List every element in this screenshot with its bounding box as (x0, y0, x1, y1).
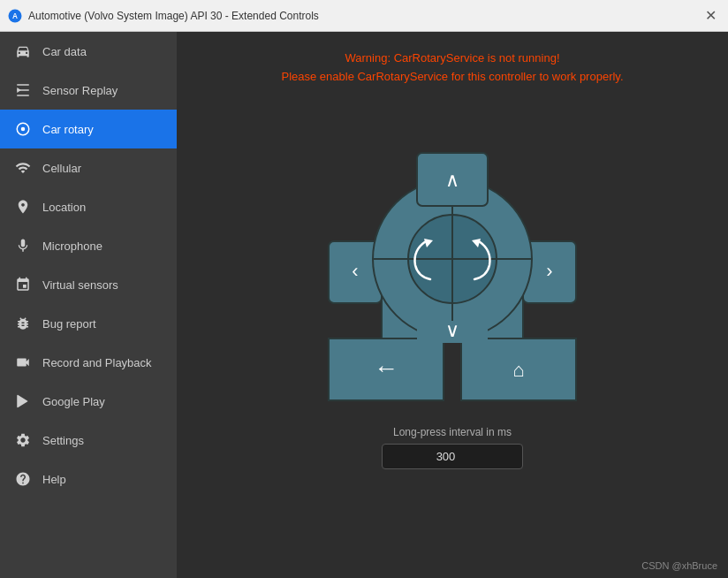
title-bar-left: A Automotive (Volvo System Image) API 30… (7, 8, 319, 24)
cellular-icon (14, 159, 32, 177)
sidebar-item-bug-report[interactable]: Bug report (0, 304, 177, 343)
sidebar-item-car-data[interactable]: Car data (0, 32, 177, 71)
location-icon (14, 198, 32, 216)
microphone-icon (14, 237, 32, 255)
car-icon (14, 42, 32, 60)
sidebar-item-label-car-data: Car data (42, 45, 87, 58)
settings-icon (14, 431, 32, 449)
sensor-icon (14, 81, 32, 99)
sidebar-item-microphone[interactable]: Microphone (0, 226, 177, 265)
sidebar-item-help[interactable]: Help (0, 460, 177, 498)
sidebar-item-location[interactable]: Location (0, 187, 177, 226)
sidebar-item-label-location: Location (42, 201, 86, 214)
svg-marker-2 (17, 87, 21, 93)
sidebar-item-label-settings: Settings (42, 434, 84, 447)
virtual-sensors-icon (14, 276, 32, 293)
sidebar-item-car-rotary[interactable]: Car rotary (0, 110, 177, 148)
title-bar-title: Automotive (Volvo System Image) API 30 -… (28, 10, 319, 22)
warning-line1: Warning: CarRotaryService is not running… (281, 49, 623, 68)
sidebar-item-label-google-play: Google Play (42, 395, 105, 408)
sidebar-item-google-play[interactable]: Google Play (0, 382, 177, 421)
rotary-controller: ← ⌂ ‹ › (293, 104, 611, 405)
sidebar-item-record-playback[interactable]: Record and Playback (0, 343, 177, 382)
sidebar: Car data Sensor Replay Car rotary Cellul… (0, 32, 177, 578)
warning-section: Warning: CarRotaryService is not running… (281, 49, 623, 87)
long-press-section: Long-press interval in ms (382, 426, 523, 469)
title-bar: A Automotive (Volvo System Image) API 30… (0, 0, 728, 32)
warning-line2: Please enable CarRotaryService for this … (281, 68, 623, 87)
long-press-label: Long-press interval in ms (393, 426, 512, 438)
rotary-icon (14, 120, 32, 138)
sidebar-item-label-record-playback: Record and Playback (42, 356, 152, 369)
sidebar-item-label-microphone: Microphone (42, 240, 102, 253)
sidebar-item-label-cellular: Cellular (42, 162, 81, 175)
content-area: Warning: CarRotaryService is not running… (177, 32, 728, 578)
sidebar-item-settings[interactable]: Settings (0, 421, 177, 460)
sidebar-item-label-help: Help (42, 473, 66, 486)
sidebar-item-virtual-sensors[interactable]: Virtual sensors (0, 265, 177, 304)
watermark: CSDN @xhBruce (641, 560, 717, 571)
sidebar-item-label-virtual-sensors: Virtual sensors (42, 278, 118, 292)
bug-icon (14, 315, 32, 332)
play-icon (14, 392, 32, 410)
svg-text:A: A (12, 12, 18, 20)
long-press-input[interactable] (382, 444, 523, 469)
main-layout: Car data Sensor Replay Car rotary Cellul… (0, 32, 728, 578)
sidebar-item-label-bug-report: Bug report (42, 317, 96, 331)
sidebar-item-label-car-rotary: Car rotary (42, 123, 94, 136)
sidebar-item-label-sensor-replay: Sensor Replay (42, 84, 118, 97)
svg-point-4 (21, 127, 26, 132)
sidebar-item-cellular[interactable]: Cellular (0, 148, 177, 187)
close-button[interactable]: ✕ (700, 5, 721, 27)
sidebar-item-sensor-replay[interactable]: Sensor Replay (0, 71, 177, 110)
automotive-icon: A (7, 8, 23, 24)
record-icon (14, 354, 32, 371)
help-icon (14, 470, 32, 488)
